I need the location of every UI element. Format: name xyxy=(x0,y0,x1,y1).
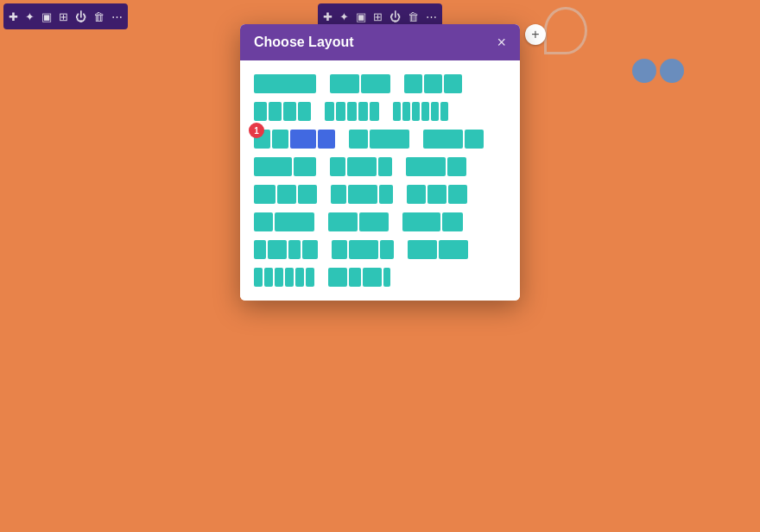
layout-5col-small[interactable] xyxy=(254,268,314,287)
ct-grid-icon[interactable]: ⊞ xyxy=(373,10,383,23)
circle-1 xyxy=(632,59,656,83)
layout-2col-uneven[interactable] xyxy=(408,240,468,259)
layout-wide-narrow[interactable] xyxy=(423,130,484,149)
modal-title: Choose Layout xyxy=(254,35,354,50)
grid-icon[interactable]: ⊞ xyxy=(59,10,68,23)
selection-badge: 1 xyxy=(249,123,264,138)
ct-power-icon[interactable]: ⏻ xyxy=(390,10,401,23)
layout-4col-uneven[interactable] xyxy=(254,240,318,259)
layout-row-7 xyxy=(254,240,506,259)
layout-row-4 xyxy=(254,157,506,176)
layout-3col-equal[interactable] xyxy=(404,74,462,93)
layout-sm-wide[interactable] xyxy=(254,212,314,231)
ct-more-icon[interactable]: ⋯ xyxy=(426,10,437,23)
layout-row-2 xyxy=(254,102,506,121)
layout-nwn[interactable] xyxy=(330,157,392,176)
layout-wn-left[interactable] xyxy=(254,157,316,176)
layout-selected[interactable]: 1 xyxy=(254,130,335,149)
choose-layout-modal: Choose Layout × xyxy=(240,24,520,301)
ct-trash-icon[interactable]: 🗑 xyxy=(408,10,419,23)
settings-icon[interactable]: ✦ xyxy=(25,10,35,23)
layout-2col-equal[interactable] xyxy=(330,74,390,93)
layout-5col[interactable] xyxy=(325,102,379,121)
layout-row-8 xyxy=(254,268,506,287)
layout-2col-mid[interactable] xyxy=(331,185,393,204)
more-icon[interactable]: ⋯ xyxy=(111,10,123,23)
layout-grid: 1 xyxy=(254,74,506,287)
trash-icon[interactable]: 🗑 xyxy=(93,10,104,23)
decorative-shape xyxy=(544,7,587,54)
layout-row-1 xyxy=(254,74,506,93)
layout-icon[interactable]: ▣ xyxy=(41,10,52,23)
add-section-button[interactable]: + xyxy=(525,24,546,45)
decorative-circles xyxy=(632,59,684,83)
ct-settings-icon[interactable]: ✦ xyxy=(339,10,349,23)
layout-4col[interactable] xyxy=(254,102,311,121)
layout-3col-wide-center[interactable] xyxy=(332,240,394,259)
layout-row-6 xyxy=(254,212,506,231)
layout-6col[interactable] xyxy=(393,102,448,121)
layout-row-3: 1 xyxy=(254,130,506,149)
layout-wide-narrow-mix[interactable] xyxy=(402,212,463,231)
power-icon[interactable]: ⏻ xyxy=(75,10,86,23)
layout-3col-v3[interactable] xyxy=(407,185,467,204)
circle-2 xyxy=(660,59,684,83)
layout-row-5 xyxy=(254,185,506,204)
ct-layout-icon[interactable]: ▣ xyxy=(356,10,366,23)
layout-narrow-wide[interactable] xyxy=(349,130,409,149)
layout-wn-right[interactable] xyxy=(406,157,466,176)
layout-3col-row8[interactable] xyxy=(328,268,390,287)
modal-header: Choose Layout × xyxy=(240,24,520,60)
widget-toolbar: ✚ ✦ ▣ ⊞ ⏻ 🗑 ⋯ xyxy=(3,3,128,29)
modal-close-button[interactable]: × xyxy=(497,35,506,50)
layout-wide-sm-sm[interactable] xyxy=(328,212,389,231)
layout-3col-v2[interactable] xyxy=(254,185,317,204)
layout-1col[interactable] xyxy=(254,74,316,93)
modal-body: 1 xyxy=(240,60,520,301)
add-icon[interactable]: ✚ xyxy=(9,10,18,23)
ct-add-icon[interactable]: ✚ xyxy=(323,10,332,23)
